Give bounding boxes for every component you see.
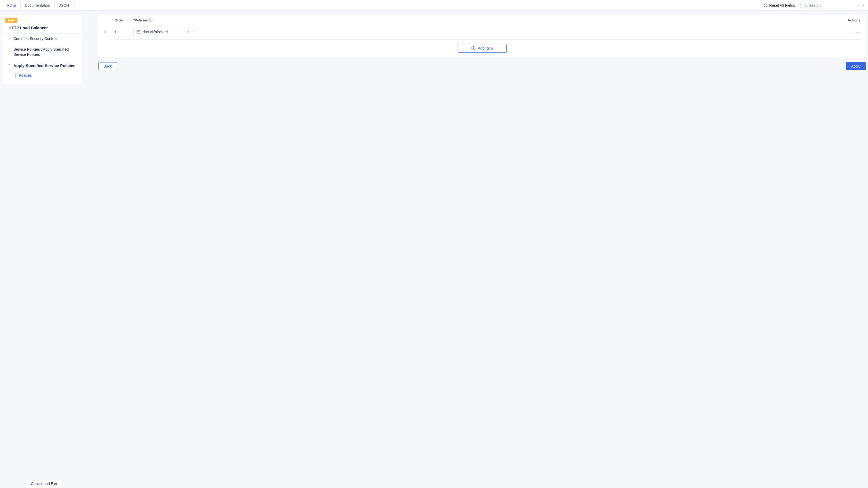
tab-json[interactable]: JSON: [55, 2, 73, 9]
policies-panel: Order *Policies Actions: [98, 15, 866, 57]
search-input[interactable]: [809, 3, 848, 7]
add-item-button[interactable]: Add Item: [458, 44, 506, 53]
topbar: Form Documentation JSON Reset All Fields: [0, 0, 868, 11]
header-actions: Actions: [839, 18, 861, 22]
sidebar-item-common-security[interactable]: Common Security Controls: [3, 34, 82, 44]
main-content: Order *Policies Actions: [82, 11, 868, 488]
help-icon[interactable]: [149, 19, 153, 22]
cancel-and-exit-button[interactable]: Cancel and Exit: [26, 479, 62, 488]
plus-circle-icon: [471, 46, 475, 51]
sidebar-title: HTTP Load Balancer: [3, 23, 82, 34]
more-horizontal-icon: [856, 32, 861, 33]
search-icon: [803, 3, 807, 7]
svg-point-16: [858, 32, 859, 33]
chevron-down-icon: [192, 30, 195, 33]
svg-point-9: [105, 32, 106, 33]
policy-value: doc-vk/blocked: [143, 30, 185, 34]
row-order: 1: [115, 30, 133, 34]
header-policies: *Policies: [133, 18, 839, 22]
header-order: Order: [115, 18, 133, 22]
sidebar-subitem-policies[interactable]: Policies: [3, 71, 82, 79]
list-icon: [136, 30, 141, 34]
table-row: 1 doc-vk/blocked: [98, 24, 866, 39]
action-bar: Back Apply: [98, 62, 866, 70]
tab-form[interactable]: Form: [3, 2, 21, 9]
new-badge: New: [5, 18, 18, 23]
chevron-down-icon[interactable]: [862, 3, 865, 7]
drag-icon: [103, 30, 106, 33]
topbar-right: Reset All Fields: [764, 2, 865, 9]
svg-point-8: [104, 32, 104, 33]
svg-point-15: [856, 32, 857, 33]
svg-point-7: [105, 31, 106, 32]
add-item-row: Add Item: [98, 40, 866, 57]
search-nav-arrows: [857, 3, 865, 7]
svg-point-4: [104, 30, 104, 31]
policy-select[interactable]: doc-vk/blocked: [133, 28, 198, 36]
reset-all-fields-button[interactable]: Reset All Fields: [764, 3, 795, 7]
reset-icon: [764, 3, 768, 7]
dropdown-toggle[interactable]: [192, 30, 195, 34]
sidebar: New HTTP Load Balancer Common Security C…: [3, 15, 82, 84]
container: New HTTP Load Balancer Common Security C…: [0, 11, 868, 488]
back-button[interactable]: Back: [98, 62, 117, 70]
chevron-up-icon[interactable]: [857, 3, 861, 7]
sidebar-item-service-policies[interactable]: Service Policies : Apply Specified Servi…: [3, 44, 82, 60]
svg-point-5: [105, 30, 106, 31]
table-header: Order *Policies Actions: [98, 15, 866, 24]
drag-handle[interactable]: [103, 30, 115, 34]
reset-label: Reset All Fields: [769, 3, 795, 7]
tab-documentation[interactable]: Documentation: [21, 2, 55, 9]
svg-point-6: [104, 31, 104, 32]
add-item-label: Add Item: [478, 46, 493, 51]
close-icon: [187, 30, 190, 33]
search-box[interactable]: [800, 2, 851, 9]
svg-line-1: [806, 6, 807, 7]
apply-button[interactable]: Apply: [846, 62, 866, 70]
view-tabs: Form Documentation JSON: [3, 2, 73, 9]
svg-point-17: [860, 32, 861, 33]
clear-selection[interactable]: [187, 30, 190, 34]
sidebar-item-apply-policies[interactable]: Apply Specified Service Policies: [3, 60, 82, 71]
row-actions-menu[interactable]: [856, 30, 861, 34]
header-policies-label: *Policies: [133, 18, 148, 22]
